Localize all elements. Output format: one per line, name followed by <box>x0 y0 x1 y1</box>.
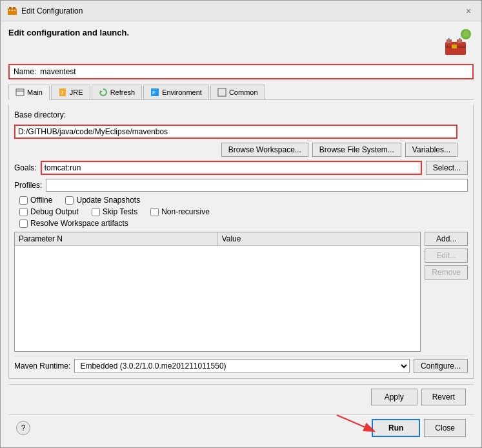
svg-line-24 <box>337 415 373 431</box>
offline-checkbox[interactable] <box>19 196 28 205</box>
common-tab-icon <box>217 88 226 97</box>
tab-main[interactable]: Main <box>8 85 50 100</box>
svg-marker-19 <box>100 90 103 93</box>
profiles-label: Profiles: <box>14 181 42 190</box>
add-button[interactable]: Add... <box>425 232 468 246</box>
debug-output-label: Debug Output <box>30 207 79 216</box>
name-row: Name: <box>8 64 474 79</box>
table-section: Parameter N Value Add... Edit... Remove <box>14 232 468 352</box>
apply-button[interactable]: Apply <box>371 389 417 405</box>
checkbox-row-3: Resolve Workspace artifacts <box>19 219 468 228</box>
checkbox-row-1: Offline Update Snapshots <box>19 196 468 205</box>
base-directory-input[interactable] <box>14 125 457 139</box>
main-tab-icon <box>15 88 25 97</box>
maven-runtime-select[interactable]: Embedded (3.0.2/1.0.0.me201211011550) <box>74 359 410 373</box>
svg-rect-4 <box>12 10 13 11</box>
close-dialog-button[interactable]: Close <box>424 419 466 437</box>
goals-input[interactable] <box>45 163 418 172</box>
browse-row: Browse Workspace... Browse File System..… <box>14 143 468 157</box>
title-bar-left: Edit Configuration <box>7 6 83 16</box>
table-buttons: Add... Edit... Remove <box>425 232 468 352</box>
jre-tab-icon: J <box>58 88 67 97</box>
edit-button[interactable]: Edit... <box>425 249 468 263</box>
edit-configuration-dialog: Edit Configuration × Edit configuration … <box>0 0 482 448</box>
footer-action-buttons: Run Close <box>372 419 466 437</box>
name-input[interactable] <box>40 67 468 76</box>
svg-rect-5 <box>14 10 15 11</box>
maven-runtime-select-wrapper: Embedded (3.0.2/1.0.0.me201211011550) <box>74 359 410 373</box>
goals-label: Goals: <box>14 163 37 172</box>
svg-rect-12 <box>452 45 457 48</box>
browse-filesystem-button[interactable]: Browse File System... <box>312 143 401 157</box>
table-header: Parameter N Value <box>15 232 420 246</box>
svg-rect-14 <box>459 38 461 43</box>
resolve-workspace-label: Resolve Workspace artifacts <box>30 219 128 228</box>
tabs-bar: Main J JRE Refresh E <box>8 85 474 100</box>
goals-row: Goals: Select... <box>14 161 468 175</box>
tab-common[interactable]: Common <box>210 85 265 99</box>
tab-environment-label: Environment <box>162 88 202 96</box>
parameter-table: Parameter N Value <box>14 232 421 352</box>
checkbox-update-snapshots[interactable]: Update Snapshots <box>65 196 140 205</box>
offline-label: Offline <box>30 196 52 205</box>
checkbox-offline[interactable]: Offline <box>19 196 52 205</box>
col-value: Value <box>218 232 421 245</box>
checkbox-skip-tests[interactable]: Skip Tests <box>92 207 137 216</box>
close-button[interactable]: × <box>462 5 475 17</box>
checkboxes-grid: Offline Update Snapshots Debug Output Sk… <box>19 196 468 228</box>
svg-rect-3 <box>9 10 10 11</box>
svg-rect-2 <box>13 7 15 9</box>
profiles-input[interactable] <box>46 179 468 192</box>
name-label: Name: <box>14 67 36 76</box>
browse-workspace-button[interactable]: Browse Workspace... <box>221 143 308 157</box>
update-snapshots-checkbox[interactable] <box>65 196 74 205</box>
checkbox-debug-output[interactable]: Debug Output <box>19 207 79 216</box>
tab-refresh[interactable]: Refresh <box>92 85 143 99</box>
variables-button[interactable]: Variables... <box>405 143 457 157</box>
dialog-body: Edit configuration and launch. Name: <box>1 21 481 447</box>
bottom-buttons: Apply Revert <box>8 384 474 409</box>
goals-wrapper <box>41 161 422 175</box>
tab-refresh-label: Refresh <box>110 88 136 96</box>
environment-tab-icon: E <box>150 88 159 97</box>
checkbox-resolve-workspace[interactable]: Resolve Workspace artifacts <box>19 219 128 228</box>
goals-select-button[interactable]: Select... <box>426 161 468 175</box>
svg-rect-22 <box>218 88 226 96</box>
help-button[interactable]: ? <box>16 421 30 435</box>
remove-button[interactable]: Remove <box>425 265 468 280</box>
dialog-icon <box>7 6 17 16</box>
arrow-annotation <box>332 410 383 436</box>
update-snapshots-label: Update Snapshots <box>76 196 140 205</box>
svg-text:E: E <box>152 90 156 96</box>
revert-button[interactable]: Revert <box>421 389 466 405</box>
maven-runtime-label: Maven Runtime: <box>14 361 70 371</box>
tab-jre-label: JRE <box>70 88 83 96</box>
non-recursive-checkbox[interactable] <box>150 208 159 216</box>
col-parameter: Parameter N <box>15 232 218 245</box>
svg-rect-13 <box>448 38 450 43</box>
configure-button[interactable]: Configure... <box>414 359 468 373</box>
tab-environment[interactable]: E Environment <box>143 85 209 99</box>
content-panel: Base directory: Browse Workspace... Brow… <box>8 105 474 379</box>
svg-rect-15 <box>16 89 24 96</box>
debug-output-checkbox[interactable] <box>19 208 28 216</box>
maven-runtime-row: Maven Runtime: Embedded (3.0.2/1.0.0.me2… <box>14 356 468 373</box>
skip-tests-checkbox[interactable] <box>92 208 100 216</box>
refresh-tab-icon <box>99 88 108 97</box>
svg-rect-1 <box>9 7 12 9</box>
header-subtitle: Edit configuration and launch. <box>8 28 129 37</box>
tab-jre[interactable]: J JRE <box>51 85 90 99</box>
tab-common-label: Common <box>229 88 258 96</box>
footer-row: ? Run Close <box>8 414 474 441</box>
tab-main-label: Main <box>27 88 43 96</box>
toolbox-icon <box>443 28 474 59</box>
svg-rect-0 <box>8 8 17 15</box>
base-directory-row <box>14 125 468 139</box>
resolve-workspace-checkbox[interactable] <box>19 219 28 228</box>
base-directory-label: Base directory: <box>14 110 468 119</box>
title-bar: Edit Configuration × <box>1 1 481 21</box>
checkbox-non-recursive[interactable]: Non-recursive <box>150 207 210 216</box>
svg-point-7 <box>463 31 469 37</box>
dialog-title: Edit Configuration <box>21 6 83 15</box>
non-recursive-label: Non-recursive <box>161 207 210 216</box>
